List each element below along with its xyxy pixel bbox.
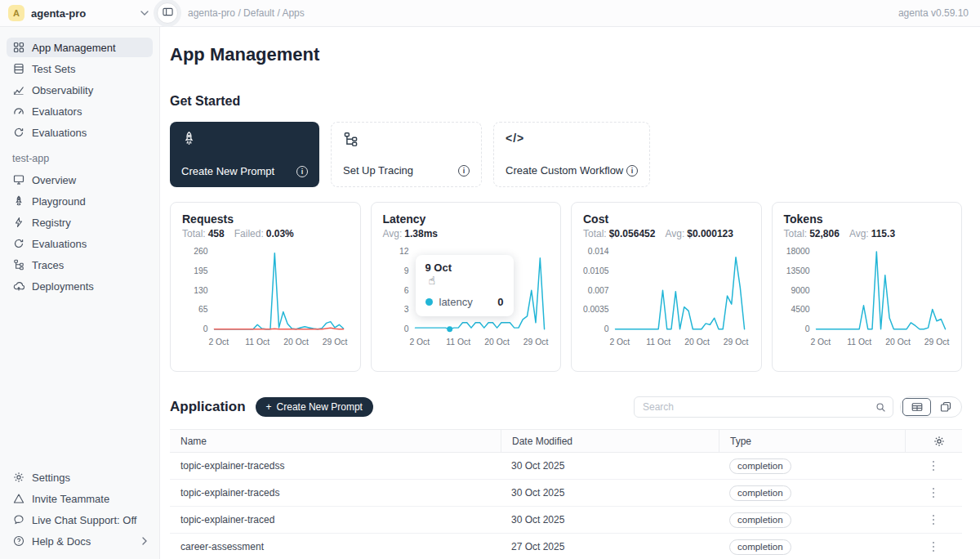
app-name[interactable]: topic-explainer-tracedss — [170, 460, 501, 472]
sidebar-item-settings[interactable]: Settings — [7, 467, 153, 487]
chevron-down-icon[interactable] — [140, 11, 149, 16]
hand-cursor-icon: ☝ — [429, 275, 504, 286]
series-dot — [425, 298, 433, 306]
sidebar-item-evaluations[interactable]: Evaluations — [7, 123, 153, 142]
breadcrumb[interactable]: agenta-pro / Default / Apps — [188, 7, 305, 19]
panel-left-icon — [163, 7, 173, 20]
stat-value: 458 — [208, 228, 225, 239]
info-icon[interactable]: i — [296, 166, 308, 177]
search-box[interactable] — [634, 396, 893, 418]
sidebar-item-observability[interactable]: Observability — [7, 80, 153, 100]
column-header-type[interactable]: Type — [719, 430, 905, 452]
svg-text:11 Oct: 11 Oct — [646, 338, 670, 347]
table-row[interactable]: career-assessment 27 Oct 2025 completion — [170, 534, 962, 559]
sidebar-item-help-docs[interactable]: Help & Docs — [7, 531, 153, 551]
chart-title: Requests — [182, 212, 349, 226]
table-row[interactable]: topic-explainer-tracedss 30 Oct 2025 com… — [170, 453, 962, 480]
type-badge: completion — [729, 512, 791, 528]
set-up-tracing-card[interactable]: Set Up Tracing i — [331, 122, 482, 187]
chart-stats: Avg:1.38ms — [383, 228, 550, 239]
refresh-icon — [12, 127, 24, 138]
card-label: Create New Prompt — [181, 165, 274, 177]
row-menu-button[interactable] — [928, 458, 940, 475]
column-header-date-modified[interactable]: Date Modified — [501, 430, 719, 452]
svg-text:2 Oct: 2 Oct — [810, 338, 831, 347]
tooltip-series-row: latency 0 — [425, 296, 504, 308]
sidebar-item-evaluations-app[interactable]: Evaluations — [7, 234, 153, 253]
create-custom-workflow-card[interactable]: </> Create Custom Workflow i — [493, 122, 650, 187]
app-date-modified: 30 Oct 2025 — [501, 460, 719, 472]
sidebar-item-app-management[interactable]: App Management — [7, 38, 153, 57]
sidebar-item-playground[interactable]: Playground — [7, 191, 153, 211]
sidebar-item-overview[interactable]: Overview — [7, 170, 153, 190]
sidebar: App Management Test Sets Observability E… — [0, 27, 160, 559]
stat-label: Total: — [784, 228, 808, 239]
card-view-button[interactable] — [931, 398, 960, 416]
stat-value: 0.03% — [266, 228, 294, 239]
sidebar-item-evaluators[interactable]: Evaluators — [7, 101, 153, 121]
sidebar-item-deployments[interactable]: Deployments — [7, 276, 153, 296]
chart-stats: Total:$0.056452 Avg:$0.000123 — [583, 228, 750, 239]
stat-value: $0.000123 — [687, 228, 733, 239]
column-header-name[interactable]: Name — [170, 430, 501, 452]
line-chart-icon — [12, 84, 24, 96]
chart-title: Cost — [583, 212, 750, 226]
cost-chart: 00.00350.0070.01050.0142 Oct11 Oct20 Oct… — [583, 244, 750, 350]
sidebar-item-label: Evaluators — [32, 105, 82, 118]
main-content: App Management Get Started Create New Pr… — [160, 27, 980, 559]
lightning-icon — [12, 217, 24, 228]
application-header: Application + Create New Prompt — [170, 396, 962, 418]
stat-label: Avg: — [849, 228, 869, 239]
search-input[interactable] — [643, 401, 875, 413]
svg-text:0: 0 — [403, 324, 408, 333]
app-section-label: test-app — [12, 153, 159, 164]
sidebar-item-label: Help & Docs — [32, 535, 91, 548]
svg-text:195: 195 — [194, 266, 208, 275]
sidebar-item-traces[interactable]: Traces — [7, 255, 153, 275]
app-name[interactable]: topic-explainer-traced — [170, 514, 501, 525]
app-date-modified: 27 Oct 2025 — [501, 541, 719, 552]
svg-text:9: 9 — [403, 266, 408, 275]
app-name[interactable]: career-assessment — [170, 541, 501, 552]
svg-text:0: 0 — [804, 324, 809, 333]
create-new-prompt-card[interactable]: Create New Prompt i — [170, 122, 319, 187]
svg-text:11 Oct: 11 Oct — [847, 338, 871, 347]
table-row[interactable]: topic-explainer-traced 30 Oct 2025 compl… — [170, 507, 962, 534]
svg-text:0: 0 — [604, 324, 609, 333]
svg-text:20 Oct: 20 Oct — [885, 338, 911, 347]
card-view-icon — [940, 401, 951, 413]
chevron-right-icon — [142, 537, 147, 545]
app-name[interactable]: topic-explainer-traceds — [170, 487, 501, 499]
sidebar-item-label: Invite Teammate — [32, 493, 109, 505]
svg-text:0: 0 — [203, 324, 208, 333]
search-icon[interactable] — [875, 402, 886, 413]
stat-label: Failed: — [234, 228, 264, 239]
stat-value: 1.38ms — [404, 228, 438, 239]
sidebar-item-test-sets[interactable]: Test Sets — [7, 59, 153, 78]
app-date-modified: 30 Oct 2025 — [501, 514, 719, 525]
app-date-modified: 30 Oct 2025 — [501, 487, 719, 499]
table-row[interactable]: topic-explainer-traceds 30 Oct 2025 comp… — [170, 480, 962, 507]
svg-text:2 Oct: 2 Oct — [409, 338, 430, 347]
sidebar-item-registry[interactable]: Registry — [7, 212, 153, 232]
metric-charts-row: Requests Total:458 Failed:0.03% 06513019… — [170, 202, 962, 372]
row-menu-button[interactable] — [928, 512, 940, 529]
info-icon[interactable]: i — [458, 165, 470, 177]
sidebar-toggle-button[interactable] — [157, 2, 178, 24]
table-icon — [12, 63, 24, 74]
svg-text:9000: 9000 — [791, 286, 809, 295]
sidebar-item-invite-teammate[interactable]: Invite Teammate — [7, 489, 153, 508]
svg-text:2 Oct: 2 Oct — [208, 338, 229, 347]
table-view-button[interactable] — [902, 398, 931, 416]
row-menu-button[interactable] — [928, 539, 940, 556]
svg-text:20 Oct: 20 Oct — [484, 338, 510, 347]
table-settings-button[interactable] — [905, 430, 962, 452]
grid-icon — [12, 42, 24, 53]
stat-label: Total: — [182, 228, 206, 239]
info-icon[interactable]: i — [626, 165, 638, 177]
sidebar-main-nav: App Management Test Sets Observability E… — [0, 27, 159, 297]
sidebar-item-live-chat[interactable]: Live Chat Support: Off — [7, 510, 153, 530]
workspace-switcher[interactable]: A agenta-pro — [0, 5, 160, 21]
create-new-prompt-button[interactable]: + Create New Prompt — [256, 397, 373, 417]
row-menu-button[interactable] — [928, 485, 940, 502]
